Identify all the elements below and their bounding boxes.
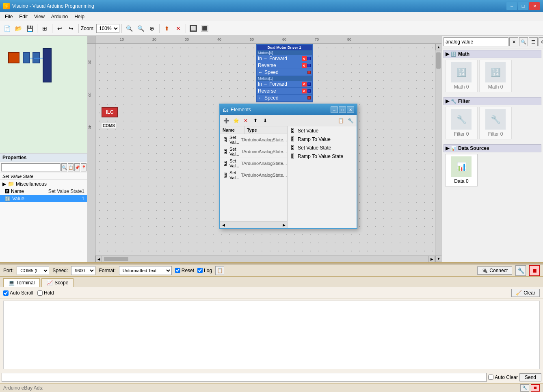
- arduino1-button[interactable]: 🔲: [188, 23, 199, 34]
- elements-down-button[interactable]: ⬇: [261, 116, 270, 125]
- elements-action-set-value[interactable]: 🎛 Set Value: [288, 126, 357, 135]
- reset-checkbox[interactable]: [175, 268, 180, 273]
- menu-edit[interactable]: Edit: [16, 13, 31, 20]
- filter-section-header[interactable]: ▶ 🔧 Filter: [443, 97, 541, 105]
- ilcom-block[interactable]: ILC: [102, 107, 118, 117]
- filter-item-1[interactable]: 🔧 Filter 0: [479, 107, 512, 139]
- open-button[interactable]: 📂: [13, 23, 24, 34]
- serial-tools-button[interactable]: 🔧: [515, 265, 526, 276]
- menu-help[interactable]: Help: [71, 13, 88, 20]
- tree-value-row[interactable]: 🔢 Value 1: [0, 195, 87, 202]
- log-checkbox-label[interactable]: Log: [197, 268, 212, 273]
- serial-stop-button[interactable]: ⏹: [529, 265, 540, 276]
- log-checkbox[interactable]: [197, 268, 203, 273]
- properties-paste-button[interactable]: 📌: [74, 163, 80, 171]
- new-button[interactable]: 📄: [2, 23, 12, 34]
- stop-button[interactable]: ✕: [173, 23, 184, 34]
- scrollbar-down-arrow[interactable]: ▼: [435, 256, 441, 262]
- zoom-select[interactable]: 100% 75% 125%: [96, 24, 119, 33]
- save-button[interactable]: 💾: [24, 23, 35, 34]
- grid-button[interactable]: ⊞: [39, 23, 50, 34]
- elements-delete-button[interactable]: ✕: [241, 116, 250, 125]
- elements-scroll-left[interactable]: ◀: [220, 222, 227, 228]
- serial-extra-button[interactable]: 📋: [215, 266, 224, 275]
- scrollbar-right-arrow[interactable]: ▶: [428, 256, 435, 262]
- redo-button[interactable]: ↪: [66, 23, 76, 34]
- auto-scroll-checkbox[interactable]: [3, 290, 9, 296]
- ads-tools-button[interactable]: 🔧: [520, 384, 529, 392]
- elements-dialog-maximize[interactable]: □: [339, 106, 346, 113]
- math-section-header[interactable]: ▶ 🔢 Math: [443, 50, 541, 58]
- properties-copy-button[interactable]: 📋: [68, 163, 74, 171]
- scrollbar-thumb-v[interactable]: [436, 52, 441, 69]
- elements-row-2[interactable]: 🎛 Set Val... TArduinoAnalogState...: [220, 158, 287, 169]
- elements-dialog-minimize[interactable]: –: [331, 106, 338, 113]
- elements-dialog-close[interactable]: ✕: [347, 106, 354, 113]
- scrollbar-left-arrow[interactable]: ◀: [95, 256, 102, 262]
- zoom-fit-button[interactable]: ⊕: [147, 23, 157, 34]
- search-clear-x-button[interactable]: ✕: [509, 37, 518, 46]
- properties-pin-button[interactable]: 📍: [81, 163, 87, 171]
- format-select[interactable]: Unformatted Text Hex Decimal: [119, 266, 172, 275]
- elements-add-button[interactable]: ➕: [222, 116, 231, 125]
- properties-search-button[interactable]: 🔍: [61, 163, 67, 171]
- elements-tools-button[interactable]: 🔧: [346, 116, 355, 125]
- reset-checkbox-label[interactable]: Reset: [175, 268, 194, 273]
- elements-row-1[interactable]: 🎛 Set Val... TArduinoAnalogState...: [220, 146, 287, 158]
- elements-action-set-value-state[interactable]: 🎛 Set Value State: [288, 143, 357, 152]
- tree-name-row[interactable]: 🅰 Name Set Value State1: [0, 188, 87, 195]
- elements-scroll-right[interactable]: ▶: [281, 222, 287, 228]
- elements-dialog-titlebar[interactable]: 🗂 Elements – □ ✕: [220, 104, 357, 115]
- elements-row-0[interactable]: 🎛 Set Val... TArduinoAnalogState...: [220, 134, 287, 146]
- menu-arduino[interactable]: Arduino: [48, 13, 71, 20]
- forward-pin-0[interactable]: 0: [302, 56, 307, 61]
- auto-clear-label[interactable]: Auto Clear: [488, 375, 518, 380]
- canvas-scrollbar-v[interactable]: ▲ ▼: [435, 44, 441, 262]
- reverse-pin-0[interactable]: 0: [302, 63, 307, 68]
- connect-button[interactable]: 🔌 Connect: [477, 266, 512, 275]
- elements-action-ramp-to-value-state[interactable]: 🎛 Ramp To Value State: [288, 152, 357, 160]
- data-item-0[interactable]: 📊 Data 0: [445, 154, 478, 186]
- ads-stop-button[interactable]: ⏹: [531, 384, 540, 392]
- send-button[interactable]: Send: [519, 373, 541, 381]
- math-item-0[interactable]: 🔢 Math 0: [445, 60, 478, 92]
- library-search-input[interactable]: [443, 37, 508, 46]
- elements-star-button[interactable]: ⭐: [231, 116, 240, 125]
- hold-label[interactable]: Hold: [37, 290, 54, 296]
- scope-tab[interactable]: 📈 Scope: [41, 278, 74, 287]
- elements-action-ramp-to-value[interactable]: 🎛 Ramp To Value: [288, 135, 357, 143]
- search-filter-button[interactable]: ☰: [529, 37, 538, 46]
- upload-button[interactable]: ⬆: [162, 23, 172, 34]
- zoom-out-button[interactable]: 🔍: [135, 23, 146, 34]
- arduino2-button[interactable]: 🔳: [199, 23, 210, 34]
- clear-button[interactable]: 🧹 Clear: [511, 289, 540, 297]
- hold-checkbox[interactable]: [37, 290, 43, 296]
- menu-view[interactable]: View: [31, 13, 48, 20]
- serial-output-area[interactable]: [3, 301, 540, 369]
- motor-driver-block[interactable]: Dual Motor Driver 1 Motors[0] In → Forwa…: [256, 44, 313, 102]
- zoom-in-button[interactable]: 🔍: [124, 23, 134, 34]
- elements-row-3[interactable]: 🎛 Set Val... TArduinoAnalogState...: [220, 169, 287, 181]
- serial-input-field[interactable]: [2, 373, 487, 382]
- auto-scroll-label[interactable]: Auto Scroll: [3, 290, 33, 296]
- search-settings-button[interactable]: ⚙: [539, 37, 543, 46]
- properties-search-input[interactable]: [1, 163, 61, 171]
- speed-select[interactable]: 9600 115200: [71, 266, 95, 275]
- undo-button[interactable]: ↩: [54, 23, 65, 34]
- math-item-1[interactable]: 🔢 Math 0: [479, 60, 512, 92]
- scrollbar-thumb-h[interactable]: [104, 257, 128, 261]
- close-button[interactable]: ✕: [529, 2, 540, 10]
- search-go-button[interactable]: 🔍: [519, 37, 528, 46]
- reverse-pin-1[interactable]: 0: [302, 89, 307, 93]
- forward-pin-1[interactable]: 0: [302, 82, 307, 87]
- auto-clear-checkbox[interactable]: [488, 375, 493, 380]
- elements-clipboard-button[interactable]: 📋: [336, 116, 345, 125]
- terminal-tab[interactable]: 💻 Terminal: [3, 278, 40, 287]
- menu-file[interactable]: File: [2, 13, 16, 20]
- minimize-button[interactable]: –: [506, 2, 517, 10]
- tree-miscellaneous[interactable]: ▶ 📁 Miscellaneous: [0, 180, 87, 188]
- data-sources-section-header[interactable]: ▶ 📊 Data Sources: [443, 144, 541, 152]
- port-select[interactable]: COM5 (I: [17, 266, 49, 275]
- scrollbar-up-arrow[interactable]: ▲: [435, 44, 441, 50]
- elements-up-button[interactable]: ⬆: [251, 116, 260, 125]
